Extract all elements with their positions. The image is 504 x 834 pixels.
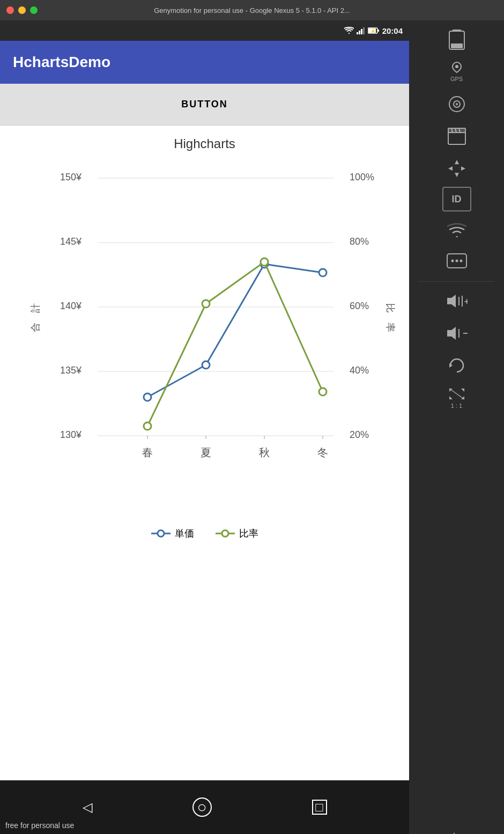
- green-dot-spring: [144, 422, 151, 430]
- svg-point-34: [158, 530, 164, 537]
- signal-icon: [357, 27, 365, 34]
- recents-nav-icon[interactable]: □: [312, 800, 327, 815]
- scale-label: 1 : 1: [451, 403, 462, 409]
- rotate-icon: [447, 356, 466, 375]
- wifi-sidebar-icon[interactable]: [441, 216, 473, 244]
- green-dot-autumn: [261, 258, 268, 266]
- svg-text:80%: 80%: [350, 236, 369, 247]
- blue-dot-winter: [319, 269, 327, 276]
- sidebar-divider: [419, 281, 495, 282]
- svg-marker-57: [447, 295, 456, 308]
- svg-rect-0: [357, 32, 358, 34]
- svg-rect-3: [363, 27, 365, 34]
- blue-dot-summer: [202, 361, 210, 369]
- svg-text:冬: 冬: [317, 447, 328, 458]
- svg-point-56: [459, 260, 462, 262]
- status-icons: ⚡ 20:04: [344, 26, 403, 35]
- green-dot-summer: [202, 300, 210, 308]
- svg-marker-50: [455, 173, 459, 177]
- svg-rect-6: [377, 30, 379, 32]
- svg-point-43: [456, 103, 458, 105]
- svg-text:春: 春: [142, 447, 153, 458]
- svg-rect-45: [448, 128, 465, 133]
- svg-marker-68: [461, 389, 464, 392]
- chart-legend: 単価 比率: [151, 527, 258, 540]
- wifi-icon: [344, 27, 354, 34]
- svg-marker-51: [448, 166, 453, 171]
- message-sidebar-icon[interactable]: [441, 248, 473, 276]
- svg-text:比　率: 比 率: [385, 303, 396, 332]
- scale-sidebar-icon[interactable]: 1 : 1: [441, 384, 473, 412]
- volume-down-icon: −: [446, 326, 468, 341]
- status-time: 20:04: [382, 26, 403, 35]
- dpad-sidebar-icon[interactable]: [441, 155, 473, 182]
- window-titlebar: Genymotion for personal use - Google Nex…: [0, 0, 504, 20]
- app-title: HchartsDemo: [13, 54, 110, 71]
- signal-wifi-icon: [447, 221, 466, 238]
- svg-text:135¥: 135¥: [60, 365, 81, 376]
- chart-title: Highcharts: [174, 136, 235, 151]
- legend-item-tanka: 単価: [151, 527, 194, 540]
- clapperboard-sidebar-icon[interactable]: [441, 122, 473, 150]
- watermark: free for personal use: [5, 821, 74, 830]
- svg-text:+: +: [464, 297, 468, 306]
- legend-item-hiritsu: 比率: [216, 527, 258, 540]
- svg-point-40: [455, 65, 458, 68]
- svg-text:20%: 20%: [350, 429, 369, 440]
- close-button[interactable]: [6, 6, 14, 14]
- svg-text:−: −: [463, 328, 468, 339]
- rotate-sidebar-icon[interactable]: [441, 352, 473, 379]
- legend-label-tanka: 単価: [175, 527, 194, 540]
- message-icon: [446, 253, 468, 271]
- id-sidebar-icon[interactable]: ID: [442, 187, 471, 211]
- green-dot-winter: [319, 388, 327, 396]
- button-area: BUTTON: [0, 84, 409, 126]
- svg-text:40%: 40%: [350, 365, 369, 376]
- battery-sidebar-icon[interactable]: [441, 26, 473, 54]
- svg-line-67: [449, 389, 464, 399]
- gps-sidebar-icon[interactable]: GPS: [441, 58, 473, 86]
- svg-text:⚡: ⚡: [370, 28, 376, 34]
- status-bar: ⚡ 20:04: [0, 20, 409, 41]
- svg-marker-52: [461, 166, 465, 171]
- scale-arrows-icon: [447, 386, 466, 401]
- volume-down-sidebar-icon[interactable]: −: [441, 319, 473, 347]
- svg-marker-49: [455, 160, 459, 164]
- phone-screen: ⚡ 20:04 HchartsDemo BUTTON Highcharts: [0, 20, 409, 834]
- chart-container: Highcharts 150¥ 145¥: [0, 126, 409, 551]
- back-nav-icon[interactable]: ◁: [83, 800, 92, 815]
- svg-rect-2: [361, 29, 362, 34]
- maximize-button[interactable]: [30, 6, 38, 14]
- battery-icon: ⚡: [368, 27, 380, 34]
- svg-text:合　計: 合 計: [30, 303, 41, 332]
- svg-rect-1: [359, 31, 360, 34]
- svg-marker-69: [449, 396, 453, 399]
- blue-dot-spring: [144, 393, 151, 401]
- svg-text:140¥: 140¥: [60, 301, 81, 311]
- legend-line-hiritsu: [216, 529, 235, 538]
- battery-level-icon: [447, 28, 466, 51]
- svg-point-54: [451, 260, 454, 262]
- volume-up-sidebar-icon[interactable]: +: [441, 287, 473, 315]
- svg-text:夏: 夏: [201, 447, 211, 458]
- minimize-button[interactable]: [18, 6, 26, 14]
- gps-label: GPS: [450, 76, 463, 82]
- back-arrow-sidebar-icon[interactable]: [441, 821, 473, 834]
- id-label: ID: [452, 194, 462, 205]
- dpad-icon: [447, 159, 466, 178]
- svg-text:145¥: 145¥: [60, 236, 81, 247]
- svg-text:秋: 秋: [259, 447, 270, 458]
- svg-rect-39: [451, 43, 463, 48]
- svg-marker-61: [447, 327, 456, 340]
- home-nav-icon[interactable]: ○: [192, 798, 212, 817]
- svg-point-36: [222, 530, 228, 537]
- camera-sidebar-icon[interactable]: [441, 90, 473, 118]
- svg-text:60%: 60%: [350, 301, 369, 311]
- legend-line-tanka: [151, 529, 171, 538]
- svg-point-55: [455, 260, 458, 262]
- right-sidebar: GPS: [409, 20, 504, 834]
- main-button[interactable]: BUTTON: [9, 92, 401, 116]
- legend-label-hiritsu: 比率: [239, 527, 258, 540]
- chart-svg-wrapper: 150¥ 145¥ 140¥ 135¥ 130¥ 合 計 100% 80% 60…: [5, 157, 404, 522]
- volume-up-icon: +: [446, 294, 468, 309]
